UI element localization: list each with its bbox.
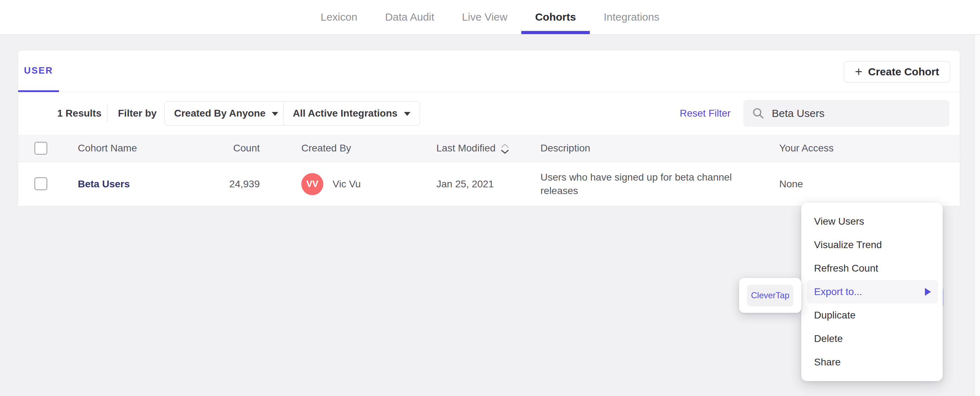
cohorts-card: USER + Create Cohort 1 Results Filter by… [18,50,960,206]
column-last-modified[interactable]: Last Modified [436,135,509,162]
tab-cohorts[interactable]: Cohorts [521,0,590,34]
submenu-arrow-icon [925,288,931,296]
filter-bar: 1 Results Filter by Created By Anyone Al… [18,92,960,135]
table-header: Cohort Name Count Created By Last Modifi… [18,135,960,162]
menu-item-duplicate[interactable]: Duplicate [801,303,943,327]
menu-item-share[interactable]: Share [801,351,943,374]
results-count: 1 Results [57,92,102,135]
reset-filter-link[interactable]: Reset Filter [680,92,730,135]
divider [107,104,107,122]
access-cell: None [779,162,803,206]
submenu-item-clevertap[interactable]: CleverTap [747,285,794,307]
row-checkbox[interactable] [35,177,47,190]
column-created-by: Created By [301,135,351,162]
table-row: Beta Users 24,939 VV Vic Vu Jan 25, 2021… [18,162,960,206]
search-input[interactable] [772,107,928,120]
menu-item-export-to-label: Export to... [814,286,862,297]
created-by-dropdown[interactable]: Created By Anyone [164,101,288,126]
column-last-modified-label: Last Modified [436,142,496,154]
context-menu: View Users Visualize Trend Refresh Count… [801,203,943,381]
created-by-dropdown-value: Created By Anyone [174,108,266,119]
plus-icon: + [855,65,862,78]
column-cohort-name: Cohort Name [78,135,137,162]
integrations-dropdown[interactable]: All Active Integrations [283,101,420,126]
cohort-count: 24,939 [207,162,260,206]
column-your-access: Your Access [779,135,834,162]
menu-item-delete[interactable]: Delete [801,327,943,351]
search-box[interactable] [743,100,950,127]
column-count: Count [207,135,260,162]
tab-user[interactable]: USER [18,51,59,92]
menu-item-view-users[interactable]: View Users [801,210,943,233]
menu-item-visualize-trend[interactable]: Visualize Trend [801,233,943,257]
scrollbar-track[interactable] [975,35,980,396]
export-submenu: CleverTap [739,278,801,313]
cohort-name-link[interactable]: Beta Users [78,179,130,190]
tab-live-view[interactable]: Live View [448,0,521,34]
menu-item-refresh-count[interactable]: Refresh Count [801,257,943,280]
menu-item-export-to[interactable]: Export to... [807,280,938,303]
tab-integrations[interactable]: Integrations [590,0,673,34]
select-all-checkbox[interactable] [35,142,47,155]
create-cohort-label: Create Cohort [868,66,939,78]
filter-by-label: Filter by [118,92,157,135]
avatar: VV [301,173,323,195]
cohort-type-tabs: USER + Create Cohort [18,51,960,92]
created-by-cell: VV Vic Vu [301,162,361,206]
top-navigation: Lexicon Data Audit Live View Cohorts Int… [0,0,980,35]
integrations-dropdown-value: All Active Integrations [293,108,398,119]
creator-name: Vic Vu [332,179,361,190]
create-cohort-button[interactable]: + Create Cohort [844,61,950,83]
sort-icon [501,144,509,154]
description-cell: Users who have signed up for beta channe… [541,162,754,206]
last-modified-cell: Jan 25, 2021 [436,162,494,206]
column-description: Description [541,135,590,162]
search-icon [752,107,765,120]
caret-down-icon [272,112,278,116]
tab-data-audit[interactable]: Data Audit [371,0,448,34]
caret-down-icon [404,112,410,116]
tab-lexicon[interactable]: Lexicon [307,0,371,34]
